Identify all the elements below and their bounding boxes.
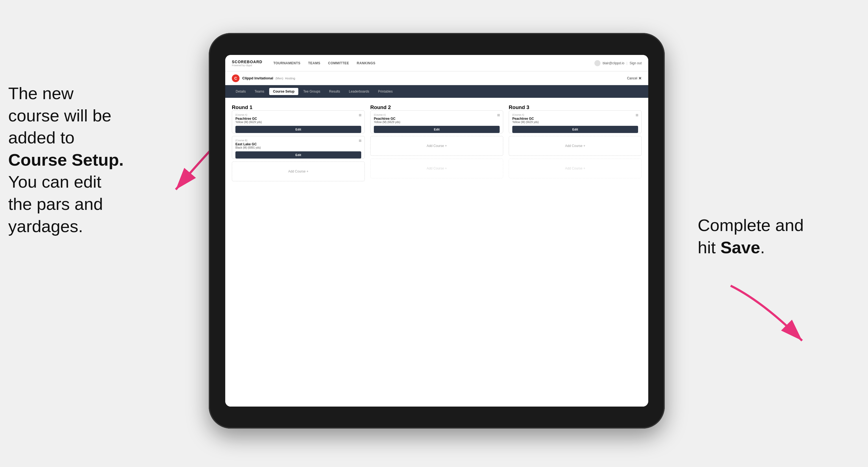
cancel-button[interactable]: Cancel ✕ [627, 76, 642, 81]
round-3-course-a-name: Peachtree GC [512, 117, 638, 121]
round-3-add-course-button[interactable]: Add Course + [509, 136, 642, 156]
round-3-column: Round 3 ⊠ (Course A) Peachtree GC Yellow… [509, 104, 642, 184]
arrow-right-icon [714, 280, 813, 352]
round-2-add-course-button-2: Add Course + [370, 158, 503, 178]
tournament-gender: (Men) [276, 76, 283, 80]
nav-links: TOURNAMENTS TEAMS COMMITTEE RANKINGS [273, 61, 594, 65]
round-1-course-b-tag: (Course B) [236, 139, 361, 142]
tournament-status: Hosting [285, 76, 295, 80]
round-3-course-a-edit-button[interactable]: Edit [512, 126, 638, 133]
nav-committee[interactable]: COMMITTEE [328, 61, 349, 65]
round-2-label: Round 2 [370, 104, 503, 111]
tab-details[interactable]: Details [232, 88, 250, 95]
nav-right: blair@clippd.io | Sign out [594, 60, 642, 66]
tournament-logo: C [232, 74, 240, 82]
round-1-column: Round 1 ⊠ (Course A) Peachtree GC Yellow… [232, 104, 365, 184]
user-avatar [594, 60, 600, 66]
round-1-course-b-edit-button[interactable]: Edit [236, 151, 361, 158]
round-2-course-a-card: ⊠ (Course A) Peachtree GC Yellow (M) (66… [370, 111, 503, 133]
main-content: Round 1 ⊠ (Course A) Peachtree GC Yellow… [225, 98, 648, 407]
annotation-right: Complete and hit Save. [698, 214, 830, 258]
round-1-course-a-edit-button[interactable]: Edit [236, 126, 361, 133]
round-2-add-course-button[interactable]: Add Course + [370, 136, 503, 156]
round-1-course-a-name: Peachtree GC [236, 117, 361, 121]
nav-rankings[interactable]: RANKINGS [357, 61, 375, 65]
cancel-x-icon: ✕ [639, 76, 642, 81]
round-3-add-course-button-2: Add Course + [509, 158, 642, 178]
round-2-course-a-edit-button[interactable]: Edit [374, 126, 500, 133]
annotation-left: The new course will be added to Course S… [8, 83, 162, 237]
round-2-course-a-tag: (Course A) [374, 114, 500, 116]
scoreboard-logo: SCOREBOARD Powered by clippd [232, 60, 262, 67]
user-email: blair@clippd.io [603, 61, 624, 65]
tournament-name: Clippd Invitational [242, 76, 273, 80]
round-1-course-b-card: ⊠ (Course B) East Lake GC Black (M) (689… [232, 136, 365, 159]
round-3-label: Round 3 [509, 104, 642, 111]
round-3-course-a-tee: Yellow (M) (6629 yds) [512, 121, 638, 124]
round-3-course-a-tag: (Course A) [512, 114, 638, 116]
sign-out-link[interactable]: Sign out [629, 61, 642, 65]
tab-teams[interactable]: Teams [251, 88, 268, 95]
nav-teams[interactable]: TEAMS [308, 61, 320, 65]
round-2-course-a-name: Peachtree GC [374, 117, 500, 121]
round-1-course-b-name: East Lake GC [236, 142, 361, 146]
tab-results[interactable]: Results [325, 88, 344, 95]
nav-tournaments[interactable]: TOURNAMENTS [273, 61, 301, 65]
round-3-course-a-card: ⊠ (Course A) Peachtree GC Yellow (M) (66… [509, 111, 642, 133]
round-2-course-a-delete-icon[interactable]: ⊠ [496, 113, 501, 117]
logo-subtitle: Powered by clippd [232, 64, 262, 67]
round-1-course-b-tee: Black (M) (6891 yds) [236, 146, 361, 149]
tab-leaderboards[interactable]: Leaderboards [345, 88, 373, 95]
logo-title: SCOREBOARD [232, 60, 262, 64]
rounds-grid: Round 1 ⊠ (Course A) Peachtree GC Yellow… [232, 104, 642, 184]
round-2-course-a-tee: Yellow (M) (6629 yds) [374, 121, 500, 124]
tab-bar: Details Teams Course Setup Tee Groups Re… [225, 85, 648, 98]
round-1-course-a-tee: Yellow (M) (6629 yds) [236, 121, 361, 124]
round-1-course-a-card: ⊠ (Course A) Peachtree GC Yellow (M) (66… [232, 111, 365, 133]
tournament-bar: C Clippd Invitational (Men) Hosting Canc… [225, 71, 648, 85]
tablet-screen: SCOREBOARD Powered by clippd TOURNAMENTS… [225, 55, 648, 407]
top-nav: SCOREBOARD Powered by clippd TOURNAMENTS… [225, 55, 648, 71]
tablet-device: SCOREBOARD Powered by clippd TOURNAMENTS… [209, 33, 665, 429]
tab-printables[interactable]: Printables [374, 88, 396, 95]
round-3-course-a-delete-icon[interactable]: ⊠ [635, 113, 639, 117]
round-1-label: Round 1 [232, 104, 365, 111]
round-1-course-a-tag: (Course A) [236, 114, 361, 116]
tab-tee-groups[interactable]: Tee Groups [300, 88, 324, 95]
tab-course-setup[interactable]: Course Setup [269, 88, 298, 95]
round-1-course-a-delete-icon[interactable]: ⊠ [358, 113, 362, 117]
round-2-column: Round 2 ⊠ (Course A) Peachtree GC Yellow… [370, 104, 503, 184]
round-1-add-course-button[interactable]: Add Course + [232, 161, 365, 181]
round-1-course-b-delete-icon[interactable]: ⊠ [358, 138, 362, 143]
